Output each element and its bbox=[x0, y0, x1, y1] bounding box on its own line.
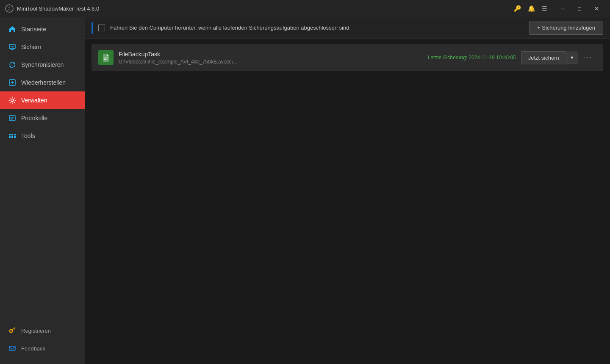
tools-icon bbox=[8, 132, 16, 140]
backup-more-button[interactable]: ··· bbox=[580, 51, 596, 64]
sidebar-label-sichern: Sichern bbox=[21, 44, 41, 50]
manage-icon bbox=[8, 97, 16, 104]
sync-icon bbox=[8, 61, 16, 69]
sidebar: Startseite Sichern bbox=[0, 17, 85, 364]
svg-point-13 bbox=[11, 331, 12, 332]
shutdown-label: Fahren Sie den Computer herunter, wenn a… bbox=[110, 25, 524, 31]
svg-point-4 bbox=[11, 99, 14, 102]
sidebar-item-sichern[interactable]: Sichern bbox=[0, 38, 85, 56]
minimize-button[interactable]: ─ bbox=[554, 0, 571, 17]
svg-rect-14 bbox=[9, 346, 15, 350]
svg-rect-9 bbox=[11, 136, 13, 138]
sidebar-item-protokolle[interactable]: Protokolle bbox=[0, 109, 85, 127]
home-icon bbox=[8, 25, 16, 33]
svg-rect-8 bbox=[11, 134, 13, 135]
add-backup-button[interactable]: + Sicherung hinzufügen bbox=[529, 21, 603, 35]
backup-task-name: FileBackupTask bbox=[119, 51, 423, 58]
svg-rect-7 bbox=[9, 136, 11, 138]
restore-icon bbox=[8, 79, 16, 86]
sidebar-item-startseite[interactable]: Startseite bbox=[0, 20, 85, 38]
app-title: MiniTool ShadowMaker Test 4.6.0 bbox=[17, 6, 514, 12]
mail-icon bbox=[8, 345, 16, 352]
sidebar-label-tools: Tools bbox=[21, 132, 35, 139]
bell-icon[interactable]: 🔔 bbox=[528, 5, 535, 12]
sidebar-bottom: Registrieren Feedback bbox=[0, 318, 85, 364]
backup-task-path: G:\Videos;G:\file_example_AVI_480_750kB.… bbox=[119, 59, 423, 65]
sidebar-item-verwalten[interactable]: Verwalten bbox=[0, 91, 85, 109]
svg-point-0 bbox=[6, 5, 13, 12]
sidebar-label-wiederherstellen: Wiederherstellen bbox=[21, 79, 66, 86]
backup-list: FileBackupTask G:\Videos;G:\file_example… bbox=[85, 39, 610, 364]
app-logo bbox=[5, 4, 14, 13]
backup-task-actions: Jetzt sichern ▼ ··· bbox=[521, 51, 596, 64]
backup-last-date: Letzte Sicherung: 2024-11-19 10:46:05 bbox=[428, 55, 516, 61]
sidebar-label-protokolle: Protokolle bbox=[21, 115, 47, 121]
register-key-icon bbox=[8, 327, 16, 334]
backup-now-button[interactable]: Jetzt sichern bbox=[521, 51, 566, 64]
table-row: FileBackupTask G:\Videos;G:\file_example… bbox=[92, 44, 603, 71]
sidebar-item-feedback[interactable]: Feedback bbox=[0, 339, 85, 357]
backup-task-info: FileBackupTask G:\Videos;G:\file_example… bbox=[119, 51, 423, 65]
list-icon bbox=[8, 114, 16, 122]
maximize-button[interactable]: □ bbox=[571, 0, 588, 17]
shutdown-checkbox[interactable] bbox=[98, 25, 105, 31]
sidebar-label-feedback: Feedback bbox=[21, 345, 45, 352]
main-layout: Startseite Sichern bbox=[0, 17, 610, 364]
backup-task-icon bbox=[98, 50, 114, 65]
sidebar-nav: Startseite Sichern bbox=[0, 17, 85, 318]
topbar-accent bbox=[92, 22, 93, 34]
content-area: Fahren Sie den Computer herunter, wenn a… bbox=[85, 17, 610, 364]
sidebar-label-startseite: Startseite bbox=[21, 26, 46, 33]
sidebar-label-registrieren: Registrieren bbox=[21, 328, 51, 334]
svg-rect-6 bbox=[9, 134, 11, 135]
menu-icon[interactable]: ☰ bbox=[542, 5, 547, 12]
svg-rect-2 bbox=[11, 46, 14, 47]
backup-icon bbox=[8, 43, 16, 51]
sidebar-item-wiederherstellen[interactable]: Wiederherstellen bbox=[0, 74, 85, 91]
titlebar-icon-group: 🔑 🔔 ☰ bbox=[514, 5, 547, 12]
close-button[interactable]: ✕ bbox=[588, 0, 605, 17]
backup-dropdown-button[interactable]: ▼ bbox=[566, 52, 578, 63]
sidebar-item-synchronisieren[interactable]: Synchronisieren bbox=[0, 56, 85, 74]
svg-rect-11 bbox=[14, 136, 16, 138]
sidebar-label-synchronisieren: Synchronisieren bbox=[21, 61, 64, 68]
sidebar-item-registrieren[interactable]: Registrieren bbox=[0, 322, 85, 339]
svg-rect-10 bbox=[14, 134, 16, 135]
sidebar-item-tools[interactable]: Tools bbox=[0, 127, 85, 145]
content-topbar: Fahren Sie den Computer herunter, wenn a… bbox=[85, 17, 610, 39]
sidebar-label-verwalten: Verwalten bbox=[21, 97, 47, 104]
key-icon[interactable]: 🔑 bbox=[514, 5, 521, 12]
window-controls: ─ □ ✕ bbox=[554, 0, 605, 17]
titlebar: MiniTool ShadowMaker Test 4.6.0 🔑 🔔 ☰ ─ … bbox=[0, 0, 610, 17]
